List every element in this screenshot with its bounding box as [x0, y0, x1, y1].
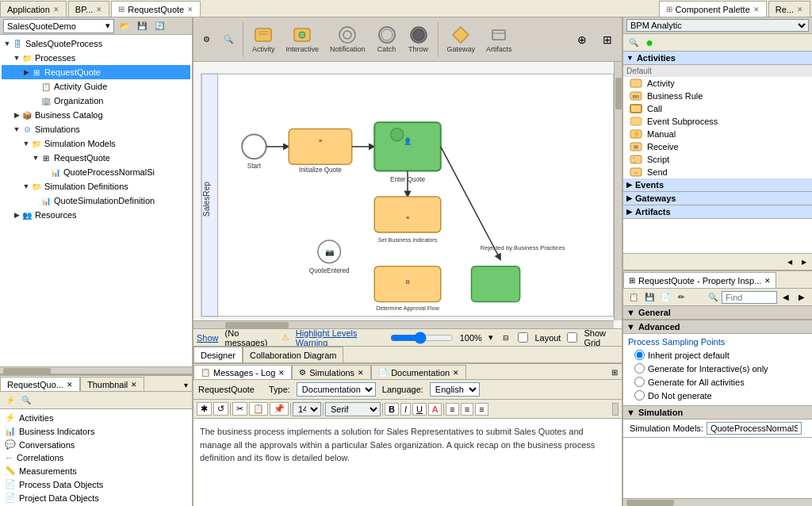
new-icon[interactable]: ⚡: [3, 393, 17, 408]
tree-item-organization[interactable]: ▶ 🏢 Organization: [2, 94, 190, 108]
nav-icon2[interactable]: ⊞: [596, 29, 619, 51]
prop-icon1[interactable]: 📋: [626, 290, 641, 305]
close-icon[interactable]: ✕: [753, 6, 760, 13]
toolbar-artifacts[interactable]: Artifacts: [482, 23, 516, 56]
radio-interactive[interactable]: Generate for Interactive(s) only: [628, 362, 807, 375]
align-right-btn[interactable]: ≡: [475, 403, 488, 416]
showgrid-checkbox[interactable]: [567, 332, 577, 343]
green-circle-icon[interactable]: ●: [642, 36, 657, 50]
tree-item-requestquote2[interactable]: ▼ ⊞ RequestQuote: [2, 151, 190, 165]
toolbar-activity[interactable]: Activity: [248, 23, 279, 56]
artifacts-section-header[interactable]: ▶ Artifacts: [623, 205, 812, 219]
tab-bp[interactable]: BP... ✕: [68, 1, 109, 17]
advanced-header[interactable]: ▼ Advanced: [623, 320, 812, 334]
tab-simulations[interactable]: ⚙ Simulations ✕: [292, 365, 371, 379]
tree-item-simmodels[interactable]: ▼ 📁 Simulation Models: [2, 136, 190, 151]
list-item-businessindicators[interactable]: 📊 Business Indicators: [2, 424, 190, 438]
paste-btn[interactable]: 📌: [270, 402, 289, 416]
toolbar-notification[interactable]: Notification: [326, 23, 370, 56]
close-icon[interactable]: ✕: [67, 381, 73, 389]
list-item-conversations[interactable]: 💬 Conversations: [2, 438, 190, 451]
maximize-panel-icon[interactable]: ⊞: [607, 365, 622, 379]
cut-btn[interactable]: ✂: [232, 402, 247, 416]
minimize-panel-icon[interactable]: ▾: [179, 378, 192, 391]
prev-result-icon[interactable]: ◀: [779, 290, 793, 305]
tree-item-quoteprocessnormal[interactable]: ▶ 📊 QuoteProcessNormalSi: [2, 165, 190, 179]
tab-re[interactable]: Re... ✕: [768, 1, 810, 17]
toolbar-interactive[interactable]: Interactive: [282, 23, 324, 56]
scroll-right-icon[interactable]: ▶: [797, 255, 811, 269]
close-icon[interactable]: ✕: [187, 6, 193, 13]
tree-item-resources[interactable]: ▶ 👥 Resources: [2, 208, 190, 222]
close-icon[interactable]: ✕: [764, 277, 771, 285]
project-dropdown[interactable]: SalesQuoteDemo ▾: [3, 19, 114, 33]
doc-type-select[interactable]: Documentation: [297, 382, 376, 397]
bpmn-canvas-area[interactable]: SalesRep Start ≡ Initialize Quote: [193, 62, 622, 328]
tab-collab[interactable]: Collaboration Diagram: [243, 347, 343, 362]
save-icon[interactable]: 💾: [135, 19, 149, 33]
zoom-dropdown-icon[interactable]: ▾: [488, 332, 493, 343]
highlight-link[interactable]: Highlight Levels Warning: [296, 328, 377, 347]
tab-designer[interactable]: Designer: [193, 347, 243, 362]
palette-businessrule[interactable]: BR Business Rule: [623, 90, 812, 102]
list-item-activities[interactable]: ⚡ Activities: [2, 411, 190, 424]
tab-application[interactable]: Application ✕: [0, 1, 67, 17]
undo-btn[interactable]: ↺: [213, 402, 228, 416]
right-scroll-h[interactable]: [623, 498, 812, 506]
bpm-analytic-dropdown[interactable]: BPM Analytic: [623, 17, 812, 34]
underline-btn[interactable]: U: [412, 403, 427, 416]
close-icon[interactable]: ✕: [53, 6, 59, 13]
tab-thumbnail[interactable]: Thumbnail ✕: [80, 377, 144, 391]
tree-item-simdefs[interactable]: ▼ 📁 Simulation Definitions: [2, 179, 190, 194]
close-icon[interactable]: ✕: [358, 369, 364, 377]
toolbar-gateway[interactable]: Gateway: [443, 23, 480, 56]
close-icon[interactable]: ✕: [453, 369, 459, 377]
palette-send[interactable]: → Send: [623, 166, 812, 178]
radio-inherit[interactable]: Inherit project default: [628, 348, 807, 362]
radio-interactive-input[interactable]: [634, 363, 645, 374]
tree-item-salesquoteprocess[interactable]: ▼ 🗄 SalesQuoteProcess: [2, 36, 190, 51]
tab-messages-log[interactable]: 📋 Messages - Log ✕: [193, 365, 292, 379]
horizontal-scrollbar[interactable]: [193, 320, 614, 328]
toolbar-throw[interactable]: Throw: [404, 23, 433, 56]
search-icon[interactable]: 🔍: [626, 36, 641, 50]
prop-icon2[interactable]: 💾: [642, 290, 657, 305]
bold-btn[interactable]: B: [385, 403, 399, 416]
clear-formatting-btn[interactable]: ✱: [197, 402, 212, 416]
search-icon[interactable]: 🔍: [19, 393, 33, 408]
tab-requestquote[interactable]: ⊞ RequestQuote ✕: [111, 1, 201, 17]
sim-models-input[interactable]: [707, 422, 802, 435]
radio-none[interactable]: Do Not generate: [628, 389, 807, 402]
tab-prop-inspector[interactable]: ⊞ RequestQuote - Property Insp... ✕: [623, 272, 776, 288]
gateways-section-header[interactable]: ▶ Gateways: [623, 192, 812, 205]
tree-item-simulations[interactable]: ▼ ⚙ Simulations: [2, 122, 190, 136]
tree-item-quotesimdef[interactable]: ▶ 📊 QuoteSimulationDefinition: [2, 194, 190, 208]
close-icon[interactable]: ✕: [278, 369, 285, 377]
scroll-left-icon[interactable]: ◀: [783, 255, 797, 269]
copy-btn[interactable]: 📋: [249, 402, 268, 416]
layout-checkbox[interactable]: [518, 332, 528, 343]
simulation-header[interactable]: ▼ Simulation: [623, 406, 812, 420]
list-item-projectdataobjects[interactable]: 📄 Project Data Objects: [2, 491, 190, 504]
close-icon[interactable]: ✕: [96, 6, 102, 13]
show-messages-link[interactable]: Show: [197, 333, 219, 343]
prop-search-input[interactable]: [722, 291, 777, 304]
tree-item-processes[interactable]: ▼ 📁 Processes: [2, 51, 190, 65]
font-size-select[interactable]: 14: [293, 402, 321, 416]
tree-item-businesscatalog[interactable]: ▶ 📦 Business Catalog: [2, 108, 190, 122]
close-icon[interactable]: ✕: [797, 6, 803, 13]
close-icon[interactable]: ✕: [131, 381, 137, 389]
list-item-correlations[interactable]: ↔ Correlations: [2, 451, 190, 464]
palette-eventsubprocess[interactable]: Event Subprocess: [623, 115, 812, 128]
nav-icon1[interactable]: ⊕: [571, 29, 593, 51]
palette-call[interactable]: Call: [623, 102, 812, 115]
tab-requestquo[interactable]: RequestQuo... ✕: [0, 377, 80, 391]
doc-language-select[interactable]: English: [430, 382, 480, 397]
palette-manual[interactable]: ✋ Manual: [623, 128, 812, 140]
vertical-scrollbar[interactable]: [614, 62, 622, 320]
next-result-icon[interactable]: ▶: [795, 290, 809, 305]
search-icon[interactable]: 🔍: [706, 290, 720, 305]
list-item-processdataobjects[interactable]: 📄 Process Data Objects: [2, 477, 190, 491]
events-section-header[interactable]: ▶ Events: [623, 178, 812, 192]
folder-open-icon[interactable]: 📂: [117, 19, 132, 33]
